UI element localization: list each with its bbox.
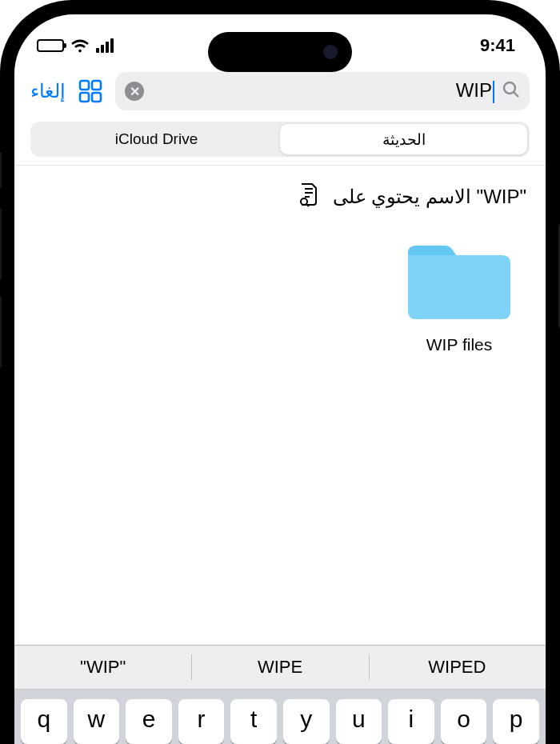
key-p[interactable]: p (493, 699, 539, 744)
predictive-suggestion[interactable]: WIPED (369, 646, 546, 689)
side-button (0, 152, 2, 188)
cancel-button[interactable]: إلغاء (30, 80, 66, 102)
search-input[interactable]: ✕ WIP (115, 72, 530, 110)
side-button (0, 296, 2, 368)
clear-search-icon[interactable]: ✕ (125, 82, 144, 101)
status-time: 9:41 (480, 35, 515, 56)
predictive-suggestion[interactable]: WIPE (191, 646, 368, 689)
svg-point-8 (504, 82, 515, 94)
wifi-icon (70, 38, 90, 53)
cellular-signal-icon (96, 38, 117, 53)
svg-line-9 (514, 92, 518, 97)
segment-recents[interactable]: الحديثة (280, 124, 527, 154)
svg-rect-3 (110, 38, 114, 53)
layout-toggle-icon[interactable] (77, 78, 104, 105)
key-q[interactable]: q (21, 699, 67, 744)
svg-point-13 (301, 198, 307, 205)
predictive-suggestion[interactable]: "WIP" (14, 646, 191, 689)
results-grid: WIP files (14, 220, 546, 370)
key-u[interactable]: u (336, 699, 382, 744)
key-t[interactable]: t (230, 699, 277, 744)
key-r[interactable]: r (178, 699, 225, 744)
key-e[interactable]: e (126, 699, 172, 744)
folder-label: WIP files (426, 335, 492, 354)
screen: 9:41 إلغاء ✕ WIP iCloud Drive الحديثة (14, 14, 546, 744)
key-i[interactable]: i (388, 699, 434, 744)
predictive-bar: "WIP" WIPE WIPED (14, 646, 546, 690)
svg-rect-0 (96, 48, 99, 53)
key-w[interactable]: w (74, 699, 120, 744)
battery-icon (37, 39, 64, 52)
svg-rect-1 (101, 45, 104, 53)
key-y[interactable]: y (283, 699, 330, 744)
side-button (0, 208, 2, 280)
key-o[interactable]: o (441, 699, 487, 744)
phone-frame: 9:41 إلغاء ✕ WIP iCloud Drive الحديثة (0, 0, 560, 744)
svg-rect-7 (92, 93, 101, 102)
svg-rect-4 (80, 81, 89, 90)
svg-rect-5 (92, 81, 101, 90)
segment-icloud-drive[interactable]: iCloud Drive (33, 124, 280, 154)
svg-rect-6 (80, 93, 89, 102)
search-text-value: WIP (150, 79, 496, 103)
text-caret (493, 81, 494, 103)
folder-item[interactable]: WIP files (403, 236, 515, 354)
search-suggestion-row[interactable]: الاسم يحتوي على "WIP" (14, 166, 546, 220)
keyboard: "WIP" WIPE WIPED q w e r t y u i o p (14, 645, 546, 744)
keyboard-row: q w e r t y u i o p (14, 690, 546, 744)
dynamic-island (208, 32, 352, 72)
svg-rect-2 (106, 42, 109, 53)
search-icon (502, 81, 520, 102)
search-suggestion-text: الاسم يحتوي على "WIP" (333, 186, 526, 208)
folder-icon (403, 236, 515, 327)
document-search-icon (296, 182, 322, 212)
scope-segmented-control[interactable]: iCloud Drive الحديثة (30, 122, 530, 157)
